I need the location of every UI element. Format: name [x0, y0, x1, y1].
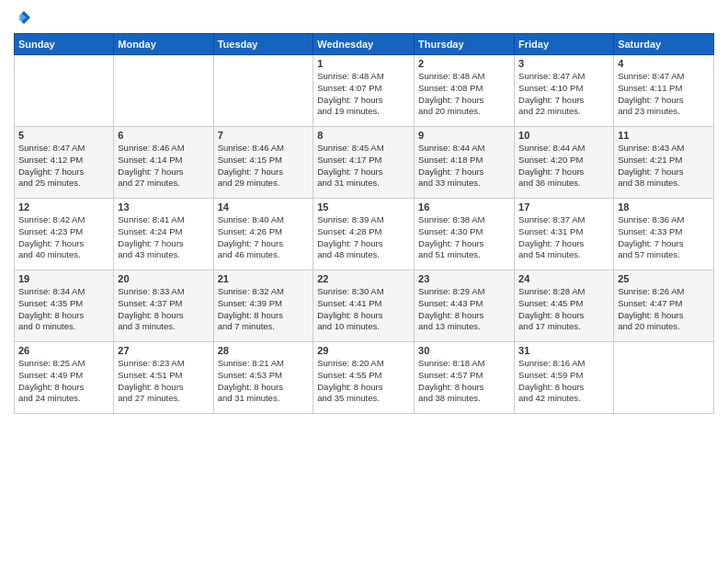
day-info: Sunrise: 8:42 AM Sunset: 4:23 PM Dayligh… [18, 214, 109, 261]
weekday-header-sunday: Sunday [15, 34, 114, 55]
calendar-week-row: 1Sunrise: 8:48 AM Sunset: 4:07 PM Daylig… [15, 55, 714, 127]
day-number: 4 [618, 58, 710, 69]
calendar-day-15: 15Sunrise: 8:39 AM Sunset: 4:28 PM Dayli… [313, 199, 415, 270]
day-number: 17 [518, 201, 609, 213]
day-info: Sunrise: 8:29 AM Sunset: 4:43 PM Dayligh… [418, 286, 510, 333]
day-number: 21 [218, 273, 310, 284]
weekday-header-tuesday: Tuesday [213, 34, 313, 55]
calendar-day-19: 19Sunrise: 8:34 AM Sunset: 4:35 PM Dayli… [15, 270, 114, 342]
calendar-day-31: 31Sunrise: 8:16 AM Sunset: 4:59 PM Dayli… [515, 342, 614, 414]
calendar-day-21: 21Sunrise: 8:32 AM Sunset: 4:39 PM Dayli… [213, 270, 313, 342]
calendar-day-10: 10Sunrise: 8:44 AM Sunset: 4:20 PM Dayli… [515, 127, 614, 199]
day-info: Sunrise: 8:46 AM Sunset: 4:15 PM Dayligh… [218, 143, 310, 190]
calendar-day-29: 29Sunrise: 8:20 AM Sunset: 4:55 PM Dayli… [313, 342, 415, 414]
day-number: 19 [18, 273, 109, 284]
day-number: 20 [118, 273, 209, 284]
day-number: 1 [317, 58, 410, 69]
day-info: Sunrise: 8:20 AM Sunset: 4:55 PM Dayligh… [317, 358, 410, 405]
calendar-day-8: 8Sunrise: 8:45 AM Sunset: 4:17 PM Daylig… [313, 127, 415, 199]
calendar-day-28: 28Sunrise: 8:21 AM Sunset: 4:53 PM Dayli… [213, 342, 313, 414]
day-number: 7 [218, 130, 310, 141]
day-info: Sunrise: 8:41 AM Sunset: 4:24 PM Dayligh… [118, 214, 209, 261]
calendar-day-7: 7Sunrise: 8:46 AM Sunset: 4:15 PM Daylig… [213, 127, 313, 199]
calendar-day-2: 2Sunrise: 8:48 AM Sunset: 4:08 PM Daylig… [415, 55, 515, 127]
day-number: 3 [518, 58, 609, 69]
day-number: 10 [518, 130, 609, 141]
day-number: 9 [418, 130, 510, 141]
weekday-header-wednesday: Wednesday [313, 34, 415, 55]
calendar-day-23: 23Sunrise: 8:29 AM Sunset: 4:43 PM Dayli… [415, 270, 515, 342]
day-info: Sunrise: 8:43 AM Sunset: 4:21 PM Dayligh… [618, 143, 710, 190]
calendar-day-13: 13Sunrise: 8:41 AM Sunset: 4:24 PM Dayli… [114, 199, 213, 270]
calendar-day-16: 16Sunrise: 8:38 AM Sunset: 4:30 PM Dayli… [415, 199, 515, 270]
calendar-week-row: 26Sunrise: 8:25 AM Sunset: 4:49 PM Dayli… [15, 342, 714, 414]
day-number: 12 [18, 201, 109, 213]
day-info: Sunrise: 8:47 AM Sunset: 4:11 PM Dayligh… [618, 71, 710, 118]
day-info: Sunrise: 8:23 AM Sunset: 4:51 PM Dayligh… [118, 358, 209, 405]
calendar-day-9: 9Sunrise: 8:44 AM Sunset: 4:18 PM Daylig… [415, 127, 515, 199]
day-info: Sunrise: 8:48 AM Sunset: 4:07 PM Dayligh… [317, 71, 410, 118]
calendar-day-3: 3Sunrise: 8:47 AM Sunset: 4:10 PM Daylig… [515, 55, 614, 127]
calendar-day-30: 30Sunrise: 8:18 AM Sunset: 4:57 PM Dayli… [415, 342, 515, 414]
day-number: 23 [418, 273, 510, 284]
calendar-day-24: 24Sunrise: 8:28 AM Sunset: 4:45 PM Dayli… [515, 270, 614, 342]
calendar-week-row: 5Sunrise: 8:47 AM Sunset: 4:12 PM Daylig… [15, 127, 714, 199]
day-number: 5 [18, 130, 109, 141]
calendar-empty-cell [213, 55, 313, 127]
day-info: Sunrise: 8:36 AM Sunset: 4:33 PM Dayligh… [618, 214, 710, 261]
day-number: 6 [118, 130, 209, 141]
day-number: 14 [218, 201, 310, 213]
calendar-day-11: 11Sunrise: 8:43 AM Sunset: 4:21 PM Dayli… [614, 127, 714, 199]
weekday-header-thursday: Thursday [415, 34, 515, 55]
weekday-header-monday: Monday [114, 34, 213, 55]
calendar-day-5: 5Sunrise: 8:47 AM Sunset: 4:12 PM Daylig… [15, 127, 114, 199]
day-info: Sunrise: 8:32 AM Sunset: 4:39 PM Dayligh… [218, 286, 310, 333]
day-number: 26 [18, 345, 109, 356]
page: SundayMondayTuesdayWednesdayThursdayFrid… [0, 0, 728, 563]
day-info: Sunrise: 8:33 AM Sunset: 4:37 PM Dayligh… [118, 286, 209, 333]
calendar-day-27: 27Sunrise: 8:23 AM Sunset: 4:51 PM Dayli… [114, 342, 213, 414]
calendar-empty-cell [614, 342, 714, 414]
calendar-day-4: 4Sunrise: 8:47 AM Sunset: 4:11 PM Daylig… [614, 55, 714, 127]
calendar-day-1: 1Sunrise: 8:48 AM Sunset: 4:07 PM Daylig… [313, 55, 415, 127]
calendar-day-22: 22Sunrise: 8:30 AM Sunset: 4:41 PM Dayli… [313, 270, 415, 342]
weekday-header-row: SundayMondayTuesdayWednesdayThursdayFrid… [15, 34, 714, 55]
day-number: 27 [118, 345, 209, 356]
calendar-day-18: 18Sunrise: 8:36 AM Sunset: 4:33 PM Dayli… [614, 199, 714, 270]
day-info: Sunrise: 8:39 AM Sunset: 4:28 PM Dayligh… [317, 214, 410, 261]
day-number: 31 [518, 345, 609, 356]
day-number: 24 [518, 273, 609, 284]
day-number: 2 [418, 58, 510, 69]
header [14, 9, 714, 26]
calendar-day-20: 20Sunrise: 8:33 AM Sunset: 4:37 PM Dayli… [114, 270, 213, 342]
weekday-header-friday: Friday [515, 34, 614, 55]
calendar-day-26: 26Sunrise: 8:25 AM Sunset: 4:49 PM Dayli… [15, 342, 114, 414]
day-number: 13 [118, 201, 209, 213]
calendar-day-12: 12Sunrise: 8:42 AM Sunset: 4:23 PM Dayli… [15, 199, 114, 270]
day-info: Sunrise: 8:38 AM Sunset: 4:30 PM Dayligh… [418, 214, 510, 261]
day-info: Sunrise: 8:30 AM Sunset: 4:41 PM Dayligh… [317, 286, 410, 333]
day-number: 15 [317, 201, 410, 213]
calendar-empty-cell [15, 55, 114, 127]
day-number: 18 [618, 201, 710, 213]
day-number: 25 [618, 273, 710, 284]
day-number: 16 [418, 201, 510, 213]
day-info: Sunrise: 8:16 AM Sunset: 4:59 PM Dayligh… [518, 358, 609, 405]
day-info: Sunrise: 8:26 AM Sunset: 4:47 PM Dayligh… [618, 286, 710, 333]
day-info: Sunrise: 8:40 AM Sunset: 4:26 PM Dayligh… [218, 214, 310, 261]
day-info: Sunrise: 8:18 AM Sunset: 4:57 PM Dayligh… [418, 358, 510, 405]
calendar-day-6: 6Sunrise: 8:46 AM Sunset: 4:14 PM Daylig… [114, 127, 213, 199]
calendar-empty-cell [114, 55, 213, 127]
calendar-table: SundayMondayTuesdayWednesdayThursdayFrid… [14, 33, 714, 414]
day-number: 30 [418, 345, 510, 356]
day-info: Sunrise: 8:45 AM Sunset: 4:17 PM Dayligh… [317, 143, 410, 190]
calendar-day-25: 25Sunrise: 8:26 AM Sunset: 4:47 PM Dayli… [614, 270, 714, 342]
calendar-day-14: 14Sunrise: 8:40 AM Sunset: 4:26 PM Dayli… [213, 199, 313, 270]
day-info: Sunrise: 8:44 AM Sunset: 4:20 PM Dayligh… [518, 143, 609, 190]
calendar-week-row: 19Sunrise: 8:34 AM Sunset: 4:35 PM Dayli… [15, 270, 714, 342]
day-info: Sunrise: 8:47 AM Sunset: 4:12 PM Dayligh… [18, 143, 109, 190]
day-info: Sunrise: 8:28 AM Sunset: 4:45 PM Dayligh… [518, 286, 609, 333]
weekday-header-saturday: Saturday [614, 34, 714, 55]
day-number: 28 [218, 345, 310, 356]
day-number: 29 [317, 345, 410, 356]
